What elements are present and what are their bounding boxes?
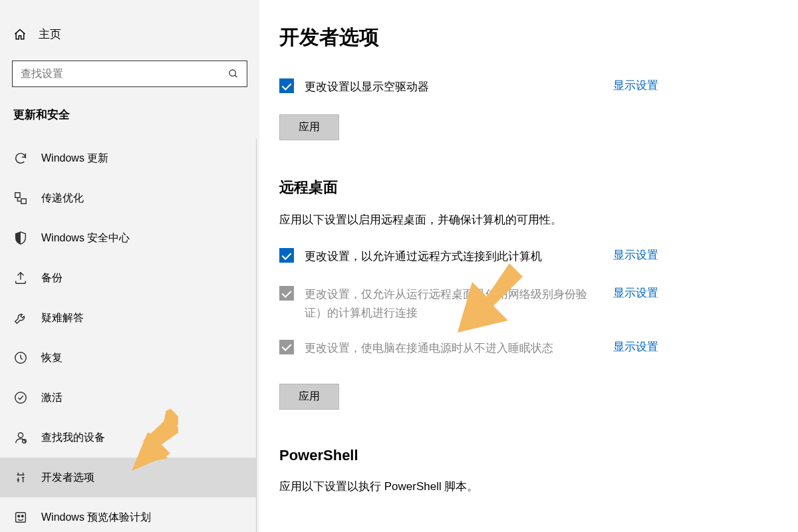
sidebar-item-label: 恢复 xyxy=(41,351,63,365)
sidebar: 主页 更新和安全 Windows 更新 传递优化 Windows 安全中心 xyxy=(0,0,259,532)
sidebar-item-windows-update[interactable]: Windows 更新 xyxy=(0,138,256,178)
checkbox-label: 更改设置以显示空驱动器 xyxy=(305,78,600,96)
sidebar-item-label: Windows 预览体验计划 xyxy=(41,511,151,525)
show-settings-link[interactable]: 显示设置 xyxy=(613,247,658,263)
sync-icon xyxy=(13,151,28,166)
sidebar-item-label: 备份 xyxy=(41,271,63,285)
setting-row-remote-nla: 更改设置，仅允许从运行远程桌面且使用网络级别身份验证）的计算机进行连接 显示设置 xyxy=(279,285,658,321)
search-input[interactable] xyxy=(13,68,220,80)
search-icon xyxy=(220,68,247,79)
svg-point-6 xyxy=(18,433,23,438)
svg-line-1 xyxy=(235,75,237,77)
setting-row-remote-sleep: 更改设置，使电脑在接通电源时从不进入睡眠状态 显示设置 xyxy=(279,339,658,357)
checkbox-label: 更改设置，以允许通过远程方式连接到此计算机 xyxy=(305,247,600,265)
developer-icon xyxy=(13,470,28,485)
sidebar-item-recovery[interactable]: 恢复 xyxy=(0,338,256,378)
svg-rect-3 xyxy=(21,199,26,203)
section-desc-remote: 应用以下设置以启用远程桌面，并确保计算机的可用性。 xyxy=(279,212,778,227)
svg-point-10 xyxy=(21,515,23,517)
sidebar-item-delivery[interactable]: 传递优化 xyxy=(0,178,256,218)
sidebar-item-label: 查找我的设备 xyxy=(41,431,105,445)
apply-button-remote[interactable]: 应用 xyxy=(279,384,339,410)
backup-icon xyxy=(13,271,28,285)
home-label: 主页 xyxy=(39,27,61,42)
search-input-container[interactable] xyxy=(12,61,247,87)
section-title-powershell: PowerShell xyxy=(279,447,778,464)
sidebar-item-insider[interactable]: Windows 预览体验计划 xyxy=(0,497,256,532)
svg-rect-2 xyxy=(15,193,20,198)
home-button[interactable]: 主页 xyxy=(0,27,259,61)
sidebar-item-label: 传递优化 xyxy=(41,192,84,205)
sidebar-item-backup[interactable]: 备份 xyxy=(0,258,256,298)
sidebar-item-security[interactable]: Windows 安全中心 xyxy=(0,218,256,258)
activate-icon xyxy=(13,390,28,405)
section-title-remote: 远程桌面 xyxy=(279,178,778,198)
sidebar-item-label: 激活 xyxy=(41,391,63,405)
sidebar-item-activate[interactable]: 激活 xyxy=(0,378,256,418)
show-settings-link[interactable]: 显示设置 xyxy=(613,285,658,301)
recovery-icon xyxy=(13,350,28,365)
home-icon xyxy=(13,28,27,41)
page-title: 开发者选项 xyxy=(279,24,778,51)
checkbox-remote-nla[interactable] xyxy=(279,286,294,301)
sidebar-item-label: Windows 安全中心 xyxy=(41,231,130,245)
sidebar-item-label: 开发者选项 xyxy=(41,471,94,485)
checkbox-label: 更改设置，使电脑在接通电源时从不进入睡眠状态 xyxy=(305,339,600,357)
sidebar-item-developer[interactable]: 开发者选项 xyxy=(0,458,256,497)
nav-list: Windows 更新 传递优化 Windows 安全中心 备份 疑难解答 恢复 xyxy=(0,138,257,532)
section-desc-powershell: 应用以下设置以执行 PowerShell 脚本。 xyxy=(279,479,778,494)
troubleshoot-icon xyxy=(13,311,28,325)
find-device-icon xyxy=(13,430,28,445)
apply-button[interactable]: 应用 xyxy=(279,114,339,140)
sidebar-item-label: Windows 更新 xyxy=(41,152,108,166)
setting-row-empty-drives: 更改设置以显示空驱动器 显示设置 xyxy=(279,78,658,96)
sidebar-item-label: 疑难解答 xyxy=(41,311,84,325)
insider-icon xyxy=(13,510,28,525)
sidebar-item-find-device[interactable]: 查找我的设备 xyxy=(0,418,256,458)
setting-row-remote-allow: 更改设置，以允许通过远程方式连接到此计算机 显示设置 xyxy=(279,247,658,265)
svg-point-5 xyxy=(15,392,27,404)
sidebar-item-troubleshoot[interactable]: 疑难解答 xyxy=(0,298,256,338)
svg-point-0 xyxy=(229,70,235,76)
category-title: 更新和安全 xyxy=(0,107,259,138)
show-settings-link[interactable]: 显示设置 xyxy=(613,339,658,354)
checkbox-empty-drives[interactable] xyxy=(279,78,294,93)
checkbox-remote-allow[interactable] xyxy=(279,248,294,263)
main-content: 开发者选项 更改设置以显示空驱动器 显示设置 应用 远程桌面 应用以下设置以启用… xyxy=(259,0,798,532)
show-settings-link[interactable]: 显示设置 xyxy=(613,78,658,93)
checkbox-label: 更改设置，仅允许从运行远程桌面且使用网络级别身份验证）的计算机进行连接 xyxy=(305,285,600,321)
checkbox-remote-sleep[interactable] xyxy=(279,340,294,354)
delivery-icon xyxy=(13,191,28,205)
svg-point-9 xyxy=(18,515,20,517)
shield-icon xyxy=(13,231,28,245)
